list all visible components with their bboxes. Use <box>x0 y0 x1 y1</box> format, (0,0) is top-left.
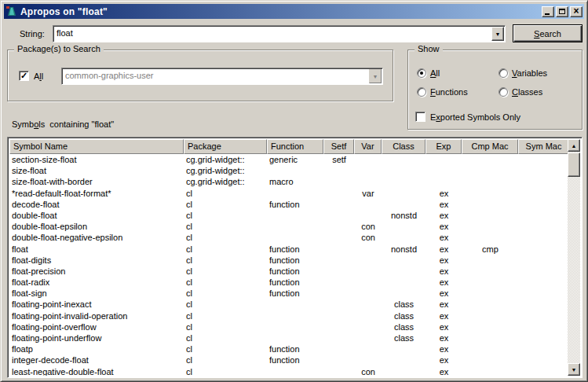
column-header-var[interactable]: Var <box>354 139 382 154</box>
exported-symbols-checkbox[interactable] <box>415 112 425 122</box>
table-row[interactable]: floatpclfunctionex <box>9 343 568 354</box>
table-row[interactable]: float-precisionclfunctionex <box>9 266 568 277</box>
table-cell <box>354 176 382 187</box>
app-icon[interactable] <box>5 6 18 18</box>
table-cell <box>354 354 382 365</box>
minimize-button[interactable] <box>542 6 554 17</box>
radio-circle <box>417 87 426 97</box>
table-cell <box>354 154 382 165</box>
scrollbar-thumb[interactable] <box>568 152 580 177</box>
close-button[interactable]: × <box>570 6 583 17</box>
table-cell: cl <box>184 343 267 354</box>
column-header-symbol-name[interactable]: Symbol Name <box>9 139 184 154</box>
table-cell <box>267 332 323 343</box>
table-cell <box>462 366 518 376</box>
package-dropdown-button: ▼ <box>369 69 382 83</box>
table-row[interactable]: double-float-epsilonclconex <box>9 221 568 232</box>
string-dropdown-button[interactable]: ▼ <box>491 27 504 41</box>
table-cell <box>354 244 382 255</box>
radio-classes[interactable]: Classes <box>499 87 542 97</box>
table-cell <box>382 232 425 243</box>
table-cell: cg.grid-widget:: <box>184 176 267 187</box>
table-row[interactable]: *read-default-float-format*clvarex <box>9 188 568 199</box>
vertical-scrollbar[interactable]: ▲ ▼ <box>568 139 580 376</box>
table-cell: ex <box>425 221 462 232</box>
table-row[interactable]: double-floatclnonstdex <box>9 210 568 221</box>
table-row[interactable]: size-floatcg.grid-widget:: <box>9 165 568 176</box>
table-cell: class <box>382 299 425 310</box>
table-cell: ex <box>425 288 462 299</box>
column-header-exp[interactable]: Exp <box>425 139 462 154</box>
table-row[interactable]: floating-point-invalid-operationclclasse… <box>9 310 568 321</box>
table-cell <box>518 332 568 343</box>
table-cell <box>462 210 518 221</box>
table-cell <box>462 299 518 310</box>
table-cell <box>518 321 568 332</box>
search-button[interactable]: Search <box>513 24 583 42</box>
table-cell <box>323 332 354 343</box>
string-combobox[interactable]: float ▼ <box>53 25 506 42</box>
table-row[interactable]: integer-decode-floatclfunctionex <box>9 354 568 365</box>
table-cell: class <box>382 332 425 343</box>
table-cell: function <box>267 255 323 266</box>
table-row[interactable]: floatclfunctionnonstdexcmp <box>9 244 568 255</box>
radio-functions[interactable]: Functions <box>417 87 468 97</box>
radio-label: All <box>430 68 440 78</box>
table-cell: least-negative-double-float <box>9 366 184 376</box>
table-cell <box>267 299 323 310</box>
close-icon: × <box>573 7 579 15</box>
all-packages-label[interactable]: All <box>34 72 43 81</box>
all-packages-checkbox[interactable]: ✓ <box>19 71 29 81</box>
table-cell: cl <box>184 332 267 343</box>
column-header-function[interactable]: Function <box>267 139 323 154</box>
table-row[interactable]: float-radixclfunctionex <box>9 277 568 288</box>
table-cell: cl <box>184 188 267 199</box>
table-cell: cl <box>184 255 267 266</box>
column-header-setf[interactable]: Setf <box>323 139 354 154</box>
results-listbox: Symbol NamePackageFunctionSetfVarClassEx… <box>7 137 583 378</box>
table-row[interactable]: floating-point-overflowclclassex <box>9 321 568 332</box>
table-cell <box>518 343 568 354</box>
table-cell: function <box>267 199 323 210</box>
table-cell <box>382 288 425 299</box>
table-cell <box>518 299 568 310</box>
table-cell: cl <box>184 288 267 299</box>
table-cell: cg.grid-widget:: <box>184 154 267 165</box>
radio-all[interactable]: All <box>417 68 440 78</box>
column-header-class[interactable]: Class <box>382 139 425 154</box>
table-cell <box>354 332 382 343</box>
table-row[interactable]: floating-point-underflowclclassex <box>9 332 568 343</box>
column-header-package[interactable]: Package <box>184 139 267 154</box>
radio-label: Classes <box>512 87 542 97</box>
table-row[interactable]: section-size-floatcg.grid-widget::generi… <box>9 154 568 165</box>
title-bar: Apropos on "float" × <box>4 4 584 19</box>
table-cell: cl <box>184 266 267 277</box>
table-cell <box>462 310 518 321</box>
maximize-button[interactable] <box>556 6 568 17</box>
package-combo-value: common-graphics-user <box>65 71 367 80</box>
table-cell <box>462 332 518 343</box>
table-row[interactable]: least-negative-double-floatclconex <box>9 366 568 376</box>
table-row[interactable]: float-digitsclfunctionex <box>9 255 568 266</box>
scroll-down-button[interactable]: ▼ <box>568 363 580 376</box>
show-groupbox: Show AllVariablesFunctionsClasses Export… <box>407 50 583 130</box>
table-row[interactable]: float-signclfunctionex <box>9 288 568 299</box>
table-cell <box>425 154 462 165</box>
radio-variables[interactable]: Variables <box>499 68 547 78</box>
scroll-up-button[interactable]: ▲ <box>568 139 580 152</box>
table-cell: macro <box>267 176 323 187</box>
table-cell <box>354 277 382 288</box>
window-controls: × <box>542 6 583 17</box>
radio-circle <box>499 68 508 78</box>
table-cell <box>462 232 518 243</box>
table-row[interactable]: size-float-with-bordercg.grid-widget::ma… <box>9 176 568 187</box>
table-cell: size-float-with-border <box>9 176 184 187</box>
table-row[interactable]: double-float-negative-epsilonclconex <box>9 232 568 243</box>
column-header-sym-mac[interactable]: Sym Mac <box>518 139 569 154</box>
table-row[interactable]: floating-point-inexactclclassex <box>9 299 568 310</box>
string-input-value[interactable]: float <box>57 28 489 38</box>
exported-symbols-label[interactable]: Exported Symbols Only <box>430 112 520 122</box>
column-header-cmp-mac[interactable]: Cmp Mac <box>462 139 518 154</box>
table-row[interactable]: decode-floatclfunctionex <box>9 199 568 210</box>
table-cell: float-sign <box>9 288 184 299</box>
